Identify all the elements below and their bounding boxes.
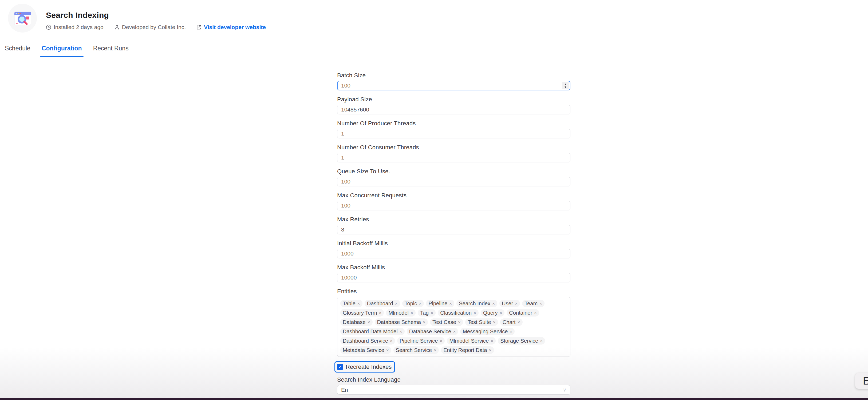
field-input-wrap: [337, 177, 570, 187]
language-value: En: [341, 387, 348, 393]
entity-tag-chip: Team ×: [522, 300, 545, 307]
tag-remove-icon[interactable]: ×: [434, 348, 436, 353]
tag-label: Metadata Service: [343, 347, 384, 353]
tag-label: Search Service: [396, 347, 432, 353]
tag-label: Pipeline: [428, 301, 447, 307]
recreate-checkbox[interactable]: ✓: [337, 364, 343, 370]
tag-remove-icon[interactable]: ×: [534, 311, 537, 315]
tag-remove-icon[interactable]: ×: [358, 301, 360, 306]
field-input-wrap: [337, 201, 570, 210]
form-field: Payload Size: [337, 96, 570, 114]
tab-label: Configuration: [42, 45, 82, 52]
tag-label: Database: [343, 319, 366, 325]
field-input[interactable]: [337, 177, 570, 187]
field-input[interactable]: [337, 129, 570, 138]
entity-tag-chip: Dashboard Data Model ×: [340, 328, 405, 335]
entity-tag-chip: Container ×: [506, 309, 539, 316]
tag-remove-icon[interactable]: ×: [518, 320, 520, 325]
tag-remove-icon[interactable]: ×: [509, 329, 512, 334]
tag-remove-icon[interactable]: ×: [453, 329, 456, 334]
tag-remove-icon[interactable]: ×: [368, 320, 370, 325]
tag-label: Tag: [420, 310, 429, 316]
tab-label: Schedule: [5, 45, 30, 52]
tag-remove-icon[interactable]: ×: [493, 320, 496, 325]
tag-remove-icon[interactable]: ×: [489, 348, 492, 353]
entity-tag-chip: Database ×: [340, 319, 373, 326]
developer-website-link[interactable]: Visit developer website: [204, 24, 266, 30]
user-icon: [114, 25, 120, 30]
entity-tag-chip: Table ×: [340, 300, 363, 307]
language-label: Search Index Language: [337, 376, 570, 383]
tag-remove-icon[interactable]: ×: [410, 311, 413, 315]
form-field: Number Of Producer Threads: [337, 120, 570, 138]
tag-remove-icon[interactable]: ×: [400, 329, 402, 334]
search-indexing-page: Search Indexing Installed 2 days ago Dev…: [0, 0, 868, 400]
entity-tag-chip: Mlmodel ×: [386, 309, 415, 316]
field-input-wrap: [337, 105, 570, 114]
entity-tag-chip: Metadata Service ×: [340, 346, 391, 354]
stepper-up-icon[interactable]: ▲: [564, 83, 567, 85]
tag-remove-icon[interactable]: ×: [379, 311, 382, 315]
field-input[interactable]: [337, 201, 570, 210]
field-input-wrap: ▲ ▼: [337, 81, 570, 90]
field-label: Max Concurrent Requests: [337, 192, 570, 199]
tag-remove-icon[interactable]: ×: [449, 301, 452, 306]
developer-website[interactable]: Visit developer website: [196, 24, 266, 30]
tag-label: Dashboard: [367, 301, 393, 307]
form-fields: Batch Size ▲ ▼ Payload Size Num: [337, 72, 570, 282]
configuration-form: Batch Size ▲ ▼ Payload Size Num: [337, 72, 570, 400]
tag-label: Search Index: [459, 301, 490, 307]
tag-label: Query: [483, 310, 498, 316]
entity-tag-chip: Entity Report Data ×: [441, 346, 494, 354]
cursor-badge-bubble: B: [855, 373, 868, 389]
entity-tag-chip: Test Suite ×: [465, 319, 498, 326]
entity-tag-chip: Query ×: [481, 309, 504, 316]
tag-remove-icon[interactable]: ×: [515, 301, 518, 306]
tag-remove-icon[interactable]: ×: [431, 311, 433, 315]
tag-remove-icon[interactable]: ×: [440, 339, 442, 343]
tag-label: Dashboard Data Model: [343, 329, 398, 335]
tab-recent-runs[interactable]: Recent Runs: [92, 41, 130, 57]
installed-text: Installed 2 days ago: [54, 24, 103, 30]
tab-schedule[interactable]: Schedule: [3, 41, 32, 57]
tag-label: Classification: [440, 310, 472, 316]
tag-remove-icon[interactable]: ×: [419, 301, 422, 306]
field-input[interactable]: [337, 105, 570, 114]
tab-configuration[interactable]: Configuration: [40, 41, 84, 57]
tag-label: Table: [343, 301, 355, 307]
field-input[interactable]: [337, 249, 570, 258]
field-input-wrap: [337, 129, 570, 138]
tab-bar: Schedule Configuration Recent Runs: [0, 40, 868, 57]
tag-remove-icon[interactable]: ×: [540, 339, 542, 343]
tag-remove-icon[interactable]: ×: [458, 320, 461, 325]
external-link-icon: [196, 25, 202, 30]
field-input[interactable]: [337, 273, 570, 282]
form-field: Queue Size To Use.: [337, 168, 570, 187]
search-indexing-app-icon: [8, 4, 37, 33]
field-input[interactable]: [337, 225, 570, 234]
entity-tag-chip: Tag ×: [418, 309, 436, 316]
tag-label: Mlmodel: [389, 310, 409, 316]
tag-label: Team: [525, 301, 537, 307]
tag-remove-icon[interactable]: ×: [386, 348, 389, 353]
tag-label: User: [502, 301, 513, 307]
tag-remove-icon[interactable]: ×: [473, 311, 476, 315]
tag-remove-icon[interactable]: ×: [492, 301, 495, 306]
tag-remove-icon[interactable]: ×: [395, 301, 398, 306]
form-field: Initial Backoff Millis: [337, 240, 570, 258]
tag-remove-icon[interactable]: ×: [423, 320, 426, 325]
entity-tag-chip: Pipeline Service ×: [397, 337, 445, 344]
app-header: Search Indexing Installed 2 days ago Dev…: [0, 0, 868, 40]
stepper-down-icon[interactable]: ▼: [564, 86, 567, 88]
recreate-indexes-toggle[interactable]: ✓ Recreate Indexes: [335, 361, 395, 372]
entities-box[interactable]: Table × Dashboard × Topic × Pipeline × S…: [337, 297, 570, 357]
tag-remove-icon[interactable]: ×: [390, 339, 393, 343]
number-stepper[interactable]: ▲ ▼: [562, 82, 569, 89]
tag-remove-icon[interactable]: ×: [539, 301, 542, 306]
tag-remove-icon[interactable]: ×: [499, 311, 502, 315]
language-select[interactable]: En ∨: [337, 385, 570, 395]
field-input[interactable]: [337, 153, 570, 162]
field-input[interactable]: [337, 81, 570, 90]
entity-tag-chip: Dashboard ×: [365, 300, 400, 307]
tag-remove-icon[interactable]: ×: [491, 339, 493, 343]
